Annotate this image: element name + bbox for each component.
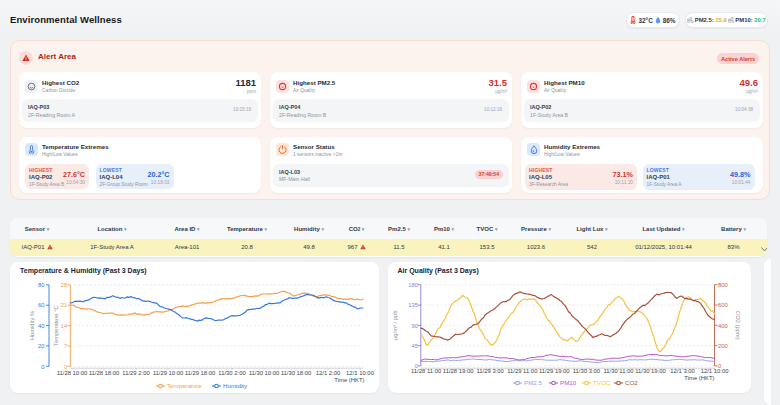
svg-text:11/29 3:00: 11/29 3:00 (476, 368, 504, 374)
svg-text:0: 0 (41, 364, 44, 370)
svg-text:12/1 3:00: 12/1 3:00 (670, 368, 695, 374)
svg-text:400: 400 (718, 323, 728, 329)
svg-text:11/29 18:00: 11/29 18:00 (185, 370, 216, 376)
svg-text:60: 60 (38, 302, 44, 308)
svg-text:80: 80 (38, 282, 44, 288)
svg-text:14: 14 (61, 323, 68, 329)
svg-text:12/1 2:00: 12/1 2:00 (316, 370, 341, 376)
svg-text:0: 0 (64, 364, 67, 370)
svg-text:11/30 2:00: 11/30 2:00 (218, 370, 246, 376)
svg-text:45: 45 (411, 343, 417, 349)
svg-text:Humidity: Humidity (223, 382, 248, 389)
svg-text:90: 90 (411, 323, 417, 329)
svg-text:7: 7 (64, 343, 67, 349)
svg-text:11/29 19:00: 11/29 19:00 (538, 368, 569, 374)
svg-text:11/28 19:00: 11/28 19:00 (442, 368, 473, 374)
svg-text:11/29 10:00: 11/29 10:00 (153, 370, 184, 376)
svg-text:Temperature °C: Temperature °C (53, 305, 59, 346)
svg-text:PM2.5: PM2.5 (524, 379, 542, 386)
svg-text:Time (HKT): Time (HKT) (684, 375, 714, 381)
svg-text:200: 200 (718, 343, 728, 349)
svg-text:28: 28 (61, 282, 67, 288)
svg-text:CO2 (ppm): CO2 (ppm) (735, 311, 741, 340)
svg-text:12/1 10:00: 12/1 10:00 (346, 370, 375, 376)
svg-text:11/30 3:00: 11/30 3:00 (572, 368, 600, 374)
svg-text:11/28 10:00: 11/28 10:00 (57, 370, 88, 376)
svg-text:TVOC: TVOC (593, 379, 611, 386)
svg-text:Humidity %: Humidity % (29, 311, 35, 340)
svg-text:Time (HKT): Time (HKT) (334, 377, 364, 383)
svg-text:Temperature: Temperature (167, 382, 202, 389)
svg-text:11/29 11:00: 11/29 11:00 (507, 368, 538, 374)
svg-text:11/30 19:00: 11/30 19:00 (635, 368, 666, 374)
svg-text:PM10: PM10 (560, 379, 577, 386)
svg-text:180: 180 (408, 282, 418, 288)
svg-text:135: 135 (408, 302, 418, 308)
svg-text:11/28 11:00: 11/28 11:00 (410, 368, 441, 374)
svg-text:20: 20 (38, 343, 44, 349)
svg-text:40: 40 (38, 323, 44, 329)
svg-text:800: 800 (718, 282, 728, 288)
svg-text:600: 600 (718, 302, 728, 308)
svg-text:CO2: CO2 (625, 379, 638, 386)
svg-text:11/28 18:00: 11/28 18:00 (89, 370, 120, 376)
svg-text:11/30 11:00: 11/30 11:00 (603, 368, 634, 374)
svg-text:11/30 18:00: 11/30 18:00 (281, 370, 312, 376)
svg-text:12/1 10:00: 12/1 10:00 (700, 368, 729, 374)
svg-text:11/29 2:00: 11/29 2:00 (122, 370, 150, 376)
svg-text:21: 21 (61, 302, 67, 308)
svg-text:µg/m³ / ppb: µg/m³ / ppb (392, 311, 398, 340)
svg-text:11/30 10:00: 11/30 10:00 (249, 370, 280, 376)
